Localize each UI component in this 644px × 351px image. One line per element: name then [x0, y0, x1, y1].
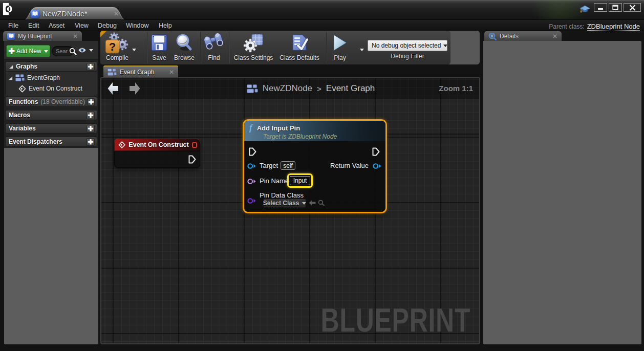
exec-output-pin[interactable] [372, 147, 380, 156]
node-add-input-pin[interactable]: f Add Input Pin Target is ZDBlueprint No… [243, 119, 387, 213]
play-options-chevron-icon[interactable] [360, 49, 364, 51]
toolbar: ? Compile Save [100, 31, 480, 64]
add-event-dispatcher-button[interactable]: ✚ [87, 138, 95, 146]
asset-tab-close-icon[interactable]: ✕ [114, 11, 119, 17]
pin-data-class-dropdown[interactable]: Select Class [263, 199, 306, 208]
toolbar-icon-art [331, 33, 349, 53]
section-graphs[interactable]: Graphs ✚ [5, 61, 97, 72]
svg-text:?: ? [109, 40, 116, 53]
menu-asset[interactable]: Asset [49, 22, 65, 29]
add-macro-button[interactable]: ✚ [87, 112, 95, 119]
tutorial-cap-icon[interactable] [579, 5, 590, 14]
event-graph-doc-tab-label: Event Graph [120, 69, 166, 76]
svg-text:i: i [491, 33, 493, 38]
my-blueprint-dark-area: ✚ Add New [4, 41, 98, 148]
title-bar: NewZDNode* ✕ [0, 0, 644, 19]
node-event-header[interactable]: Event On Construct [114, 139, 200, 151]
node-event-on-construct[interactable]: Event On Construct [114, 139, 200, 168]
blueprint-search-input[interactable] [56, 48, 69, 54]
nav-forward-icon[interactable] [129, 82, 140, 95]
asset-tab-newzdnode[interactable]: NewZDNode* ✕ [24, 7, 126, 20]
breadcrumb-root[interactable]: NewZDNode [263, 83, 312, 94]
close-button[interactable] [624, 3, 641, 12]
section-event-dispatchers[interactable]: Event Dispatchers ✚ [5, 137, 97, 147]
node-add-input-pin-header[interactable]: f Add Input Pin Target is ZDBlueprint No… [244, 121, 385, 141]
details-tab-label: Details [500, 33, 549, 40]
my-blueprint-tab-label: My Blueprint [18, 33, 70, 40]
add-graph-button[interactable]: ✚ [87, 63, 95, 71]
tree-item-eventgraph[interactable]: EventGraph [8, 73, 60, 83]
details-tab[interactable]: i Details ✕ [484, 31, 562, 41]
my-blueprint-tab-icon [7, 33, 15, 40]
parent-class-label: Parent class: [549, 23, 584, 30]
save-icon [149, 32, 169, 54]
event-graph-doc-tab-close-icon[interactable]: ✕ [169, 69, 174, 75]
section-variables-label: Variables [9, 125, 36, 132]
class-settings-button[interactable]: Class Settings [231, 32, 275, 62]
search-icon [69, 48, 77, 55]
pin-data-class-icons [309, 200, 325, 206]
details-tab-close-icon[interactable]: ✕ [552, 33, 557, 39]
add-variable-button[interactable]: ✚ [87, 125, 95, 133]
browse-label: Browse [174, 54, 195, 61]
section-variables[interactable]: Variables ✚ [5, 123, 97, 134]
app-logo-icon [3, 3, 16, 16]
collapse-arrow-icon[interactable] [8, 76, 13, 80]
exec-input-pin[interactable] [249, 147, 256, 156]
class-defaults-button[interactable]: Class Defaults [276, 32, 323, 62]
browse-to-icon[interactable] [318, 200, 325, 206]
menu-file[interactable]: File [8, 22, 18, 29]
browse-button[interactable]: Browse [171, 32, 198, 62]
compile-button[interactable]: ? Compile [102, 32, 132, 62]
minimize-button[interactable] [594, 3, 607, 12]
debug-object-dropdown[interactable]: No debug object selected [368, 40, 447, 51]
target-value-box[interactable]: self [281, 161, 295, 170]
breadcrumb-current[interactable]: Event Graph [326, 83, 375, 94]
my-blueprint-tab[interactable]: My Blueprint ✕ [3, 31, 82, 41]
debug-object-dropdown-value: No debug object selected [372, 42, 441, 49]
debug-filter-label: Debug Filter [368, 53, 447, 60]
menu-window[interactable]: Window [126, 22, 148, 29]
node-add-input-pin-title: Add Input Pin [257, 124, 300, 132]
collapse-arrow-icon[interactable] [9, 64, 13, 69]
find-button[interactable]: Find [202, 32, 226, 62]
my-blueprint-panel: My Blueprint ✕ ✚ Add New [4, 31, 98, 344]
tree-item-event-on-construct[interactable]: Event On Construct [18, 83, 82, 94]
section-functions-label: Functions [9, 98, 38, 105]
section-macros[interactable]: Macros ✚ [5, 110, 97, 120]
zoom-level-label: Zoom 1:1 [439, 84, 473, 93]
exec-output-pin[interactable] [188, 155, 196, 164]
blueprint-search-box[interactable] [52, 46, 74, 56]
add-function-button[interactable]: ✚ [88, 98, 95, 106]
pin-data-class-pin[interactable] [247, 198, 256, 204]
toolbar-divider [229, 32, 230, 63]
compile-icon: ? [105, 32, 129, 54]
event-graph-doc-tab[interactable]: Event Graph ✕ [103, 65, 178, 77]
save-button[interactable]: Save [148, 32, 170, 62]
maximize-button[interactable] [609, 3, 622, 12]
parent-class-link[interactable]: ZDBlueprint Node [587, 23, 640, 31]
section-functions[interactable]: Functions (18 Overridable) ✚ [5, 97, 97, 107]
pin-name-pin[interactable] [247, 178, 256, 185]
menu-edit[interactable]: Edit [28, 22, 39, 29]
pin-data-class-label: Pin Data Class [260, 191, 304, 199]
maximize-glyph [612, 5, 618, 10]
nav-back-icon[interactable] [108, 82, 119, 95]
use-selected-icon[interactable] [309, 200, 316, 206]
asset-tab-content: NewZDNode* ✕ [31, 7, 119, 20]
my-blueprint-tab-close-icon[interactable]: ✕ [73, 33, 78, 39]
menu-help[interactable]: Help [159, 22, 172, 29]
delegate-pin[interactable] [192, 142, 197, 148]
target-pin[interactable] [247, 163, 256, 169]
return-value-pin[interactable] [373, 163, 381, 169]
play-button[interactable]: Play [329, 32, 351, 62]
menu-view[interactable]: View [75, 22, 89, 29]
details-info-icon: i [488, 32, 497, 40]
pin-name-input[interactable] [290, 176, 310, 185]
graph-canvas[interactable]: NewZDNode > Event Graph Zoom 1:1 BLUEPRI… [100, 77, 480, 344]
play-label: Play [334, 54, 346, 61]
menu-debug[interactable]: Debug [98, 22, 117, 29]
visibility-filter[interactable] [78, 47, 93, 53]
compile-options-chevron-icon[interactable] [132, 49, 136, 51]
add-new-button[interactable]: ✚ Add New [6, 45, 50, 57]
